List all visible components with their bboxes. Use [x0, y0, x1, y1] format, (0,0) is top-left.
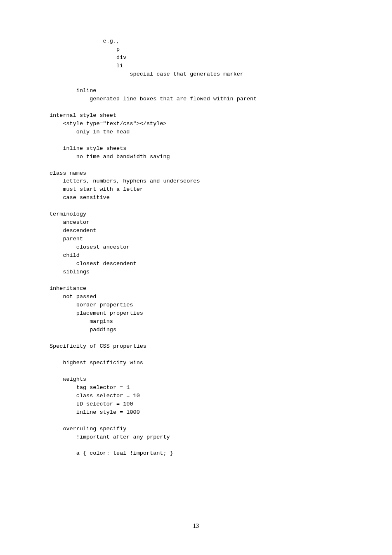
page-number: 13: [0, 521, 392, 530]
page-content: e.g., p div li special case that generat…: [0, 0, 392, 458]
document-text: e.g., p div li special case that generat…: [50, 38, 257, 456]
